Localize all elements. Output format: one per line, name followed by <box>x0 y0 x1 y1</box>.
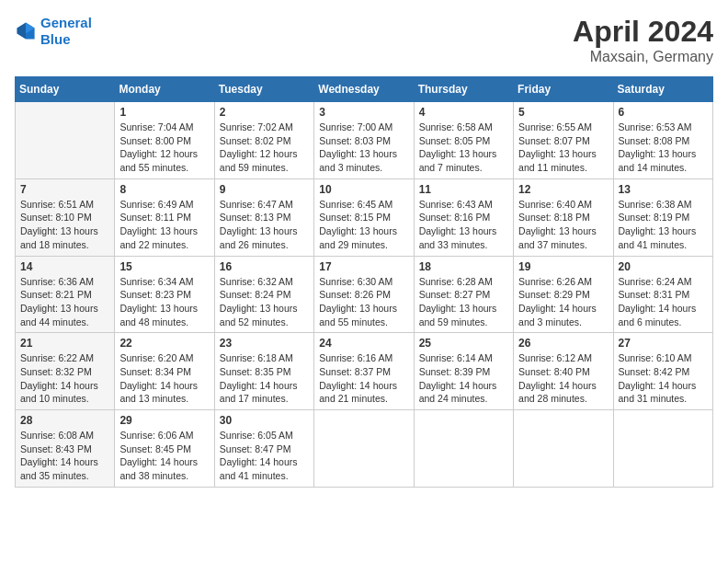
day-info: Sunrise: 6:30 AMSunset: 8:26 PMDaylight:… <box>319 275 408 329</box>
col-header-wednesday: Wednesday <box>314 77 414 102</box>
day-info: Sunrise: 6:28 AMSunset: 8:27 PMDaylight:… <box>419 275 508 329</box>
calendar-cell <box>16 102 115 179</box>
day-info: Sunrise: 6:51 AMSunset: 8:10 PMDaylight:… <box>20 198 109 252</box>
calendar-cell: 25Sunrise: 6:14 AMSunset: 8:39 PMDayligh… <box>414 333 513 410</box>
day-number: 27 <box>619 337 708 350</box>
calendar-cell: 18Sunrise: 6:28 AMSunset: 8:27 PMDayligh… <box>414 256 513 333</box>
calendar-cell: 14Sunrise: 6:36 AMSunset: 8:21 PMDayligh… <box>16 256 115 333</box>
day-info: Sunrise: 6:49 AMSunset: 8:11 PMDaylight:… <box>119 198 209 252</box>
calendar-cell: 26Sunrise: 6:12 AMSunset: 8:40 PMDayligh… <box>514 333 613 410</box>
day-info: Sunrise: 6:24 AMSunset: 8:31 PMDaylight:… <box>619 275 708 329</box>
day-info: Sunrise: 7:04 AMSunset: 8:00 PMDaylight:… <box>119 121 209 175</box>
calendar-cell: 23Sunrise: 6:18 AMSunset: 8:35 PMDayligh… <box>214 333 313 410</box>
title-area: April 2024 Maxsain, Germany <box>573 15 713 65</box>
day-number: 12 <box>518 183 608 196</box>
col-header-friday: Friday <box>514 77 613 102</box>
calendar-cell: 7Sunrise: 6:51 AMSunset: 8:10 PMDaylight… <box>16 178 115 256</box>
day-number: 3 <box>319 106 408 119</box>
day-info: Sunrise: 6:14 AMSunset: 8:39 PMDaylight:… <box>419 351 508 406</box>
calendar-cell: 12Sunrise: 6:40 AMSunset: 8:18 PMDayligh… <box>514 178 613 256</box>
calendar-cell: 29Sunrise: 6:06 AMSunset: 8:45 PMDayligh… <box>115 410 214 488</box>
logo-icon <box>15 20 37 42</box>
day-info: Sunrise: 6:40 AMSunset: 8:18 PMDaylight:… <box>518 198 608 252</box>
calendar-cell: 4Sunrise: 6:58 AMSunset: 8:05 PMDaylight… <box>414 102 513 179</box>
logo-text: General Blue <box>40 15 92 48</box>
day-info: Sunrise: 6:10 AMSunset: 8:42 PMDaylight:… <box>619 351 708 406</box>
day-number: 21 <box>20 337 109 350</box>
day-number: 19 <box>518 260 608 273</box>
day-number: 7 <box>20 183 109 196</box>
week-row-1: 1Sunrise: 7:04 AMSunset: 8:00 PMDaylight… <box>16 102 713 179</box>
day-info: Sunrise: 6:26 AMSunset: 8:29 PMDaylight:… <box>518 275 608 329</box>
calendar-cell: 10Sunrise: 6:45 AMSunset: 8:15 PMDayligh… <box>314 178 414 256</box>
calendar-cell: 6Sunrise: 6:53 AMSunset: 8:08 PMDaylight… <box>613 102 712 179</box>
col-header-sunday: Sunday <box>16 77 115 102</box>
day-number: 11 <box>419 183 508 196</box>
day-number: 24 <box>319 337 408 350</box>
calendar-cell: 19Sunrise: 6:26 AMSunset: 8:29 PMDayligh… <box>514 256 613 333</box>
calendar-cell <box>613 410 712 488</box>
day-number: 22 <box>119 337 209 350</box>
day-info: Sunrise: 7:02 AMSunset: 8:02 PMDaylight:… <box>220 121 309 175</box>
week-row-2: 7Sunrise: 6:51 AMSunset: 8:10 PMDaylight… <box>16 178 713 256</box>
day-number: 4 <box>419 106 508 119</box>
week-row-3: 14Sunrise: 6:36 AMSunset: 8:21 PMDayligh… <box>16 256 713 333</box>
col-header-monday: Monday <box>115 77 214 102</box>
calendar-cell: 15Sunrise: 6:34 AMSunset: 8:23 PMDayligh… <box>115 256 214 333</box>
day-number: 6 <box>619 106 708 119</box>
calendar-cell: 27Sunrise: 6:10 AMSunset: 8:42 PMDayligh… <box>613 333 712 410</box>
month-title: April 2024 <box>573 15 713 49</box>
day-number: 14 <box>20 260 109 273</box>
calendar-table: SundayMondayTuesdayWednesdayThursdayFrid… <box>15 76 713 488</box>
header-row: SundayMondayTuesdayWednesdayThursdayFrid… <box>16 77 713 102</box>
calendar-cell: 22Sunrise: 6:20 AMSunset: 8:34 PMDayligh… <box>115 333 214 410</box>
day-info: Sunrise: 6:18 AMSunset: 8:35 PMDaylight:… <box>220 351 309 406</box>
calendar-cell: 13Sunrise: 6:38 AMSunset: 8:19 PMDayligh… <box>613 178 712 256</box>
day-number: 10 <box>319 183 408 196</box>
day-number: 29 <box>119 414 209 427</box>
location-title: Maxsain, Germany <box>573 49 713 65</box>
day-number: 5 <box>518 106 608 119</box>
day-info: Sunrise: 6:32 AMSunset: 8:24 PMDaylight:… <box>220 275 309 329</box>
day-info: Sunrise: 6:53 AMSunset: 8:08 PMDaylight:… <box>619 121 708 175</box>
header: General Blue April 2024 Maxsain, Germany <box>15 15 713 65</box>
calendar-cell: 8Sunrise: 6:49 AMSunset: 8:11 PMDaylight… <box>115 178 214 256</box>
day-number: 9 <box>220 183 309 196</box>
calendar-cell: 2Sunrise: 7:02 AMSunset: 8:02 PMDaylight… <box>214 102 313 179</box>
day-info: Sunrise: 6:05 AMSunset: 8:47 PMDaylight:… <box>220 429 309 483</box>
calendar-cell: 11Sunrise: 6:43 AMSunset: 8:16 PMDayligh… <box>414 178 513 256</box>
col-header-saturday: Saturday <box>613 77 712 102</box>
day-number: 26 <box>518 337 608 350</box>
calendar-cell: 21Sunrise: 6:22 AMSunset: 8:32 PMDayligh… <box>16 333 115 410</box>
calendar-cell: 20Sunrise: 6:24 AMSunset: 8:31 PMDayligh… <box>613 256 712 333</box>
day-number: 20 <box>619 260 708 273</box>
day-info: Sunrise: 6:38 AMSunset: 8:19 PMDaylight:… <box>619 198 708 252</box>
day-info: Sunrise: 6:58 AMSunset: 8:05 PMDaylight:… <box>419 121 508 175</box>
day-info: Sunrise: 6:20 AMSunset: 8:34 PMDaylight:… <box>119 351 209 406</box>
day-number: 28 <box>20 414 109 427</box>
calendar-cell: 24Sunrise: 6:16 AMSunset: 8:37 PMDayligh… <box>314 333 414 410</box>
day-number: 30 <box>220 414 309 427</box>
calendar-cell: 28Sunrise: 6:08 AMSunset: 8:43 PMDayligh… <box>16 410 115 488</box>
day-number: 8 <box>119 183 209 196</box>
calendar-cell: 1Sunrise: 7:04 AMSunset: 8:00 PMDaylight… <box>115 102 214 179</box>
calendar-cell: 30Sunrise: 6:05 AMSunset: 8:47 PMDayligh… <box>214 410 313 488</box>
day-number: 15 <box>119 260 209 273</box>
day-info: Sunrise: 6:16 AMSunset: 8:37 PMDaylight:… <box>319 351 408 406</box>
day-info: Sunrise: 6:47 AMSunset: 8:13 PMDaylight:… <box>220 198 309 252</box>
day-info: Sunrise: 6:06 AMSunset: 8:45 PMDaylight:… <box>119 429 209 483</box>
col-header-thursday: Thursday <box>414 77 513 102</box>
day-info: Sunrise: 6:45 AMSunset: 8:15 PMDaylight:… <box>319 198 408 252</box>
day-number: 25 <box>419 337 508 350</box>
day-info: Sunrise: 6:55 AMSunset: 8:07 PMDaylight:… <box>518 121 608 175</box>
logo: General Blue <box>15 15 92 48</box>
day-info: Sunrise: 6:08 AMSunset: 8:43 PMDaylight:… <box>20 429 109 483</box>
day-number: 18 <box>419 260 508 273</box>
week-row-4: 21Sunrise: 6:22 AMSunset: 8:32 PMDayligh… <box>16 333 713 410</box>
day-info: Sunrise: 6:43 AMSunset: 8:16 PMDaylight:… <box>419 198 508 252</box>
day-number: 2 <box>220 106 309 119</box>
day-number: 23 <box>220 337 309 350</box>
calendar-cell <box>414 410 513 488</box>
day-number: 13 <box>619 183 708 196</box>
svg-marker-2 <box>17 22 26 39</box>
